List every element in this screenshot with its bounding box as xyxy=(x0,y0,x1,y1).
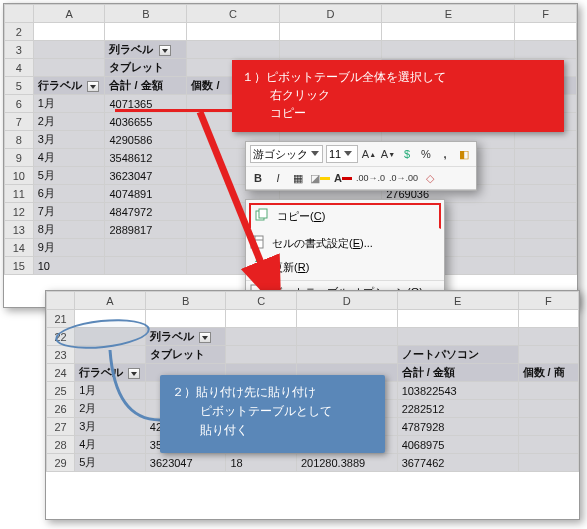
border-button[interactable]: ▦ xyxy=(290,170,306,186)
col-header[interactable]: A xyxy=(75,292,146,310)
fill-color-button[interactable]: ◪ xyxy=(310,170,330,186)
italic-button[interactable]: I xyxy=(270,170,286,186)
format-painter-icon[interactable]: ◧ xyxy=(456,146,472,162)
sum-amount-header[interactable]: 合計 / 金額 xyxy=(105,77,187,95)
row-labels-cell[interactable]: 行ラベル xyxy=(33,77,105,95)
annotation-blue: ２）貼り付け先に貼り付け ピボットテーブルとして 貼り付く xyxy=(160,375,385,453)
svg-rect-2 xyxy=(251,236,263,248)
menu-format-cells[interactable]: セルの書式設定(E)... xyxy=(246,232,444,256)
filter-dropdown-icon[interactable] xyxy=(199,332,211,343)
corner-cell[interactable] xyxy=(5,5,34,23)
col-header[interactable]: A xyxy=(33,5,105,23)
row-header[interactable]: 6 xyxy=(5,95,34,113)
group-tablet[interactable]: タブレット xyxy=(105,59,187,77)
annotation-line: ピボットテーブルとして xyxy=(172,402,373,421)
row-header[interactable]: 5 xyxy=(5,77,34,95)
annotation-line: 貼り付く xyxy=(172,421,373,440)
row-header[interactable]: 23 xyxy=(47,346,75,364)
decrease-decimal-icon[interactable]: .00→.0 xyxy=(356,170,385,186)
col-labels-cell[interactable]: 列ラベル xyxy=(145,328,226,346)
col-labels-cell[interactable]: 列ラベル xyxy=(105,41,187,59)
col-header[interactable]: F xyxy=(518,292,578,310)
filter-dropdown-icon[interactable] xyxy=(128,368,140,379)
row-header[interactable]: 4 xyxy=(5,59,34,77)
corner-cell[interactable] xyxy=(47,292,75,310)
col-header[interactable]: E xyxy=(382,5,515,23)
annotation-line: コピー xyxy=(242,104,554,122)
comma-format-icon[interactable]: , xyxy=(437,146,453,162)
month-cell[interactable]: 1月 xyxy=(33,95,105,113)
font-family-combo[interactable]: 游ゴシック xyxy=(250,145,323,163)
mini-toolbar: 游ゴシック 11 A▲ A▼ $ % , ◧ B I ▦ ◪ A .00→.0 … xyxy=(245,141,477,191)
group-notebook[interactable]: ノートパソコン xyxy=(397,346,518,364)
chevron-down-icon xyxy=(310,149,320,159)
row-header[interactable]: 21 xyxy=(47,310,75,328)
annotation-line: １）ピボットテーブル全体を選択して xyxy=(242,68,554,86)
col-header[interactable]: E xyxy=(397,292,518,310)
col-header[interactable]: D xyxy=(296,292,397,310)
row-header[interactable]: 24 xyxy=(47,364,75,382)
group-tablet[interactable]: タブレット xyxy=(145,346,226,364)
percent-format-icon[interactable]: % xyxy=(418,146,434,162)
font-size-combo[interactable]: 11 xyxy=(326,145,358,163)
increase-decimal-icon[interactable]: .0→.00 xyxy=(389,170,418,186)
menu-refresh[interactable]: 更新(R) xyxy=(246,256,444,280)
col-header[interactable]: F xyxy=(515,5,577,23)
red-underline xyxy=(115,109,235,112)
decrease-font-icon[interactable]: A▼ xyxy=(380,146,396,162)
menu-copy[interactable]: コピー(C) xyxy=(249,203,441,229)
accounting-format-icon[interactable]: $ xyxy=(399,146,415,162)
col-header[interactable]: C xyxy=(187,5,279,23)
clear-format-icon[interactable]: ◇ xyxy=(422,170,438,186)
format-cells-icon xyxy=(250,235,264,249)
filter-dropdown-icon[interactable] xyxy=(159,45,171,56)
bold-button[interactable]: B xyxy=(250,170,266,186)
copy-icon xyxy=(255,208,269,222)
sum-amount-header[interactable]: 合計 / 金額 xyxy=(397,364,518,382)
annotation-line: ２）貼り付け先に貼り付け xyxy=(172,383,373,402)
row-labels-cell[interactable]: 行ラベル xyxy=(75,364,146,382)
col-header[interactable]: B xyxy=(145,292,226,310)
count-header[interactable]: 個数 / 商 xyxy=(518,364,578,382)
row-header[interactable]: 2 xyxy=(5,23,34,41)
refresh-icon xyxy=(250,259,264,273)
chevron-down-icon xyxy=(343,149,353,159)
annotation-line: 右クリック xyxy=(242,86,554,104)
col-header[interactable]: D xyxy=(279,5,381,23)
font-color-button[interactable]: A xyxy=(334,170,352,186)
filter-dropdown-icon[interactable] xyxy=(87,81,99,92)
col-header[interactable]: B xyxy=(105,5,187,23)
increase-font-icon[interactable]: A▲ xyxy=(361,146,377,162)
row-header[interactable]: 3 xyxy=(5,41,34,59)
col-header[interactable]: C xyxy=(226,292,297,310)
svg-rect-1 xyxy=(259,209,267,218)
annotation-red: １）ピボットテーブル全体を選択して 右クリック コピー xyxy=(232,60,564,132)
pivot-blank[interactable] xyxy=(33,41,105,59)
